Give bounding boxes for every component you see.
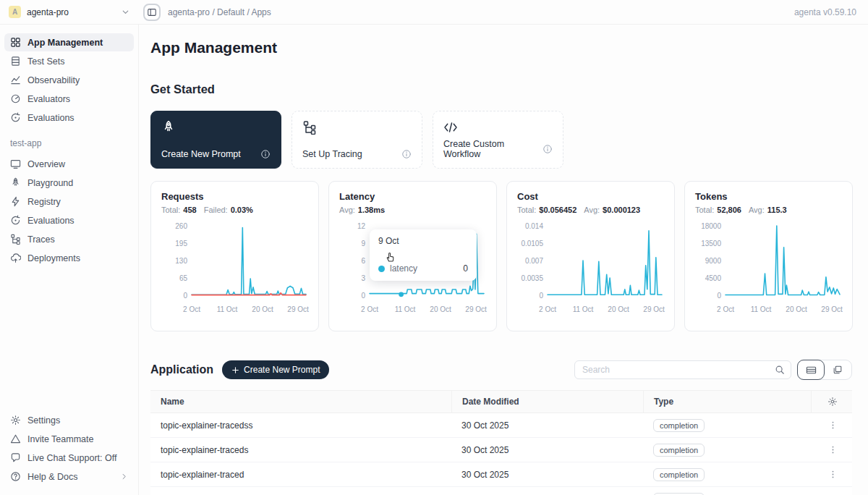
sidebar-item-overview[interactable]: Overview	[4, 155, 134, 173]
table-header: Name Date Modified Type	[150, 390, 852, 413]
create-new-prompt-label: Create New Prompt	[244, 365, 320, 375]
sidebar-item-live-chat-support-off[interactable]: Live Chat Support: Off	[4, 449, 134, 467]
sidebar-item-label: Traces	[27, 234, 55, 245]
sidebar-item-label: Invite Teammate	[27, 434, 93, 444]
get-started-title: Get Started	[150, 82, 852, 96]
view-toggle	[797, 360, 852, 380]
invite-icon	[10, 433, 21, 444]
sidebar-item-settings[interactable]: Settings	[4, 411, 134, 429]
y-axis-tick: 3	[361, 274, 365, 282]
y-axis-tick: 9000	[705, 257, 722, 265]
search-icon[interactable]	[775, 365, 785, 375]
table-row[interactable]: topic-explainer-tracedss 30 Oct 2025 com…	[150, 413, 852, 438]
row-menu-dots-icon[interactable]	[828, 445, 838, 454]
get-started-card-create-new-prompt[interactable]: Create New Prompt	[150, 111, 281, 169]
application-title: Application	[150, 363, 213, 376]
table-row[interactable]: career-assessment 27 Oct 2025 completion	[150, 487, 852, 495]
sidebar-item-deployments[interactable]: Deployments	[4, 249, 134, 267]
row-menu-dots-icon[interactable]	[828, 420, 838, 430]
create-new-prompt-button[interactable]: Create New Prompt	[222, 360, 329, 379]
table-row[interactable]: topic-explainer-traceds 30 Oct 2025 comp…	[150, 438, 852, 462]
stat-value: 115.3	[767, 206, 787, 214]
x-axis-tick: 11 Oct	[573, 305, 594, 313]
row-menu-dots-icon[interactable]	[828, 470, 838, 479]
x-axis-tick: 2 Oct	[717, 305, 734, 313]
app-window: A agenta-pro agenta-pro / Default / Apps…	[0, 0, 868, 495]
chart-stats: Total:52,806Avg:115.3	[695, 206, 842, 214]
card-view-icon	[833, 365, 843, 375]
sidebar-item-help-docs[interactable]: Help & Docs	[4, 468, 134, 486]
row-name: topic-explainer-tracedss	[150, 420, 451, 431]
sidebar-item-label: Evaluations	[27, 113, 75, 123]
chart-card-latency: Latency Avg:1.38ms 0369122 Oct11 Oct20 O…	[328, 181, 497, 331]
table-row[interactable]: topic-explainer-traced 30 Oct 2025 compl…	[150, 462, 852, 487]
series-line-total	[192, 228, 306, 295]
y-axis-tick: 13500	[701, 240, 721, 248]
search-input[interactable]	[581, 364, 775, 376]
y-axis-tick: 4500	[705, 274, 722, 282]
chart-title: Requests	[161, 191, 308, 202]
sidebar-item-evaluators[interactable]: Evaluators	[4, 90, 134, 108]
workspace-selector[interactable]: A agenta-pro	[0, 6, 139, 18]
info-circle-icon[interactable]	[401, 149, 412, 159]
x-axis-tick: 2 Oct	[361, 305, 378, 313]
sidebar-item-evaluations[interactable]: Evaluations	[4, 211, 134, 229]
y-axis-tick: 0	[539, 292, 543, 300]
sidebar-item-test-sets[interactable]: Test Sets	[4, 52, 134, 70]
sidebar-item-app-management[interactable]: App Management	[4, 33, 134, 51]
y-axis-tick: 65	[179, 274, 188, 282]
y-axis-tick: 260	[175, 222, 187, 230]
sidebar-item-label: App Management	[27, 38, 103, 48]
y-axis-tick: 12	[357, 222, 366, 230]
applications-table: Name Date Modified Type topic-explainer-…	[150, 390, 852, 495]
info-circle-icon[interactable]	[260, 149, 271, 159]
stat-value: 1.38ms	[358, 206, 385, 214]
stat-value: 0.03%	[231, 206, 253, 214]
breadcrumb[interactable]: agenta-pro / Default / Apps	[168, 7, 271, 17]
traces-icon	[302, 120, 317, 135]
overview-icon	[10, 158, 21, 169]
column-header-type: Type	[643, 391, 811, 412]
y-axis-tick: 195	[175, 240, 187, 248]
sidebar-item-label: Help & Docs	[27, 472, 77, 482]
sidebar-item-observability[interactable]: Observability	[4, 71, 134, 89]
sidebar-item-label: Evaluators	[27, 94, 70, 104]
x-axis-tick: 2 Oct	[539, 305, 556, 313]
main-content: App Management Get Started Create New Pr…	[140, 24, 868, 495]
plus-icon	[231, 366, 239, 374]
get-started-card-create-custom-workflow[interactable]: Create Custom Workflow	[433, 111, 563, 169]
sidebar-item-invite-teammate[interactable]: Invite Teammate	[4, 430, 134, 448]
search-box	[574, 360, 791, 379]
stat-label: Total:	[161, 206, 180, 214]
sidebar-item-evaluations[interactable]: Evaluations	[4, 109, 134, 127]
stat-value: $0.000123	[603, 206, 640, 214]
sidebar-item-playground[interactable]: Playground	[4, 174, 134, 192]
stat-label: Total:	[517, 206, 536, 214]
table-view-button[interactable]	[797, 360, 825, 380]
cursor-hand-icon	[384, 250, 396, 263]
y-axis-tick: 0	[361, 292, 365, 300]
info-circle-icon[interactable]	[542, 144, 553, 154]
chart-plot: 00.00350.0070.01050.0142 Oct11 Oct20 Oct…	[517, 220, 665, 317]
row-date-modified: 30 Oct 2025	[451, 470, 643, 480]
card-view-button[interactable]	[824, 360, 851, 379]
y-axis-tick: 9	[361, 240, 365, 248]
table-settings-gear-icon[interactable]	[827, 397, 838, 407]
type-badge: completion	[653, 468, 705, 481]
evaluations-icon	[10, 215, 21, 226]
rocket-icon	[10, 177, 21, 188]
workspace-name: agenta-pro	[27, 7, 69, 17]
y-axis-tick: 0.0105	[521, 240, 543, 248]
sidebar-item-registry[interactable]: Registry	[4, 192, 134, 211]
sidebar-toggle-button[interactable]	[143, 4, 161, 21]
table-controls	[574, 360, 852, 380]
sidebar-item-label: Registry	[27, 197, 61, 207]
get-started-card-set-up-tracing[interactable]: Set Up Tracing	[292, 111, 422, 169]
application-header: Application Create New Prompt	[150, 360, 852, 380]
chart-title: Tokens	[695, 191, 842, 202]
sidebar-item-traces[interactable]: Traces	[4, 230, 134, 248]
chart-tooltip: 9 Octlatency0	[370, 229, 477, 281]
x-axis-tick: 2 Oct	[183, 305, 200, 313]
grid-icon	[10, 37, 21, 48]
evaluators-icon	[10, 93, 21, 104]
